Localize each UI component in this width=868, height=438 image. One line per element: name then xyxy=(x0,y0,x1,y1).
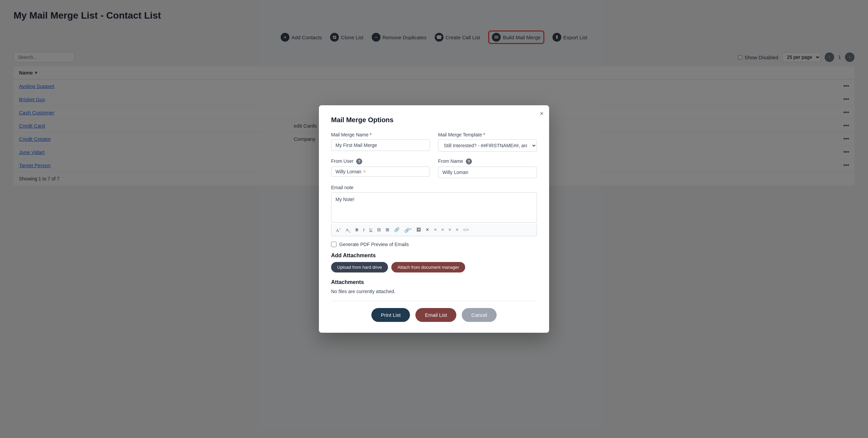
modal-footer: Print List Email List Cancel xyxy=(331,308,537,322)
bold-btn[interactable]: B xyxy=(354,226,360,233)
email-note-group: Email note My Note! A↑ A↓ B I U ⊟ ⊞ 🔗 🔗×… xyxy=(331,185,537,236)
mail-merge-template-select[interactable]: Still Interested? - ##FIRSTNAME##, are y… xyxy=(438,139,537,152)
generate-pdf-checkbox[interactable] xyxy=(331,242,337,247)
from-name-group: From Name ? xyxy=(438,158,537,178)
from-user-help-icon[interactable]: ? xyxy=(356,158,362,165)
mail-merge-template-label: Mail Merge Template * xyxy=(438,132,537,137)
align-justify-btn[interactable]: ≡ xyxy=(455,226,459,233)
form-row-2: From User ? Willy Loman × From Name ? xyxy=(331,158,537,178)
font-decrease-btn[interactable]: A↓ xyxy=(345,226,352,234)
clear-btn[interactable]: ✕ xyxy=(425,226,430,233)
modal-close-button[interactable]: × xyxy=(540,110,544,117)
print-list-button[interactable]: Print List xyxy=(371,308,410,322)
italic-btn[interactable]: I xyxy=(362,226,365,233)
font-increase-btn[interactable]: A↑ xyxy=(335,226,342,234)
cancel-button[interactable]: Cancel xyxy=(462,308,497,322)
align-left-btn[interactable]: ≡ xyxy=(433,226,437,233)
attachments-title: Attachments xyxy=(331,279,537,285)
mail-merge-template-group: Mail Merge Template * Still Interested? … xyxy=(438,132,537,152)
from-user-input[interactable]: Willy Loman × xyxy=(331,167,430,177)
attachment-buttons: Upload from hard drive Attach from docum… xyxy=(331,262,537,272)
mail-merge-modal: × Mail Merge Options Mail Merge Name * M… xyxy=(319,105,549,333)
add-attachments-title: Add Attachments xyxy=(331,253,537,259)
mail-merge-name-input[interactable] xyxy=(331,139,430,151)
indent-btn[interactable]: ⊟ xyxy=(376,226,382,233)
from-name-label: From Name ? xyxy=(438,158,537,165)
from-user-remove-tag[interactable]: × xyxy=(363,169,366,174)
source-btn[interactable]: </> xyxy=(462,226,470,233)
modal-overlay: × Mail Merge Options Mail Merge Name * M… xyxy=(0,0,868,438)
from-user-group: From User ? Willy Loman × xyxy=(331,158,430,178)
from-name-input[interactable] xyxy=(438,167,537,178)
align-right-btn[interactable]: ≡ xyxy=(448,226,452,233)
email-note-textarea[interactable]: My Note! xyxy=(331,192,537,223)
image-btn[interactable]: 🖼 xyxy=(415,226,422,233)
editor-toolbar: A↑ A↓ B I U ⊟ ⊞ 🔗 🔗× 🖼 ✕ ≡ ≡ ≡ ≡ </> xyxy=(331,224,537,236)
attachments-subtext: No files are currently attached. xyxy=(331,289,537,294)
attachments-section: Attachments No files are currently attac… xyxy=(331,279,537,294)
upload-hard-drive-button[interactable]: Upload from hard drive xyxy=(331,262,388,272)
mail-merge-name-label: Mail Merge Name * xyxy=(331,132,430,137)
outdent-btn[interactable]: ⊞ xyxy=(385,226,390,233)
generate-pdf-row: Generate PDF Preview of Emails xyxy=(331,242,537,247)
modal-divider xyxy=(331,301,537,301)
generate-pdf-label[interactable]: Generate PDF Preview of Emails xyxy=(339,242,409,247)
from-name-help-icon[interactable]: ? xyxy=(466,158,472,165)
modal-title: Mail Merge Options xyxy=(331,116,537,124)
mail-merge-name-group: Mail Merge Name * xyxy=(331,132,430,152)
link-btn[interactable]: 🔗 xyxy=(393,226,400,233)
email-note-label: Email note xyxy=(331,185,537,190)
from-user-label: From User ? xyxy=(331,158,430,165)
unlink-btn[interactable]: 🔗× xyxy=(403,226,413,234)
form-row-1: Mail Merge Name * Mail Merge Template * … xyxy=(331,132,537,152)
underline-btn[interactable]: U xyxy=(368,226,373,233)
email-list-button[interactable]: Email List xyxy=(415,308,456,322)
align-center-btn[interactable]: ≡ xyxy=(440,226,444,233)
attach-document-manager-button[interactable]: Attach from document manager xyxy=(391,262,465,272)
